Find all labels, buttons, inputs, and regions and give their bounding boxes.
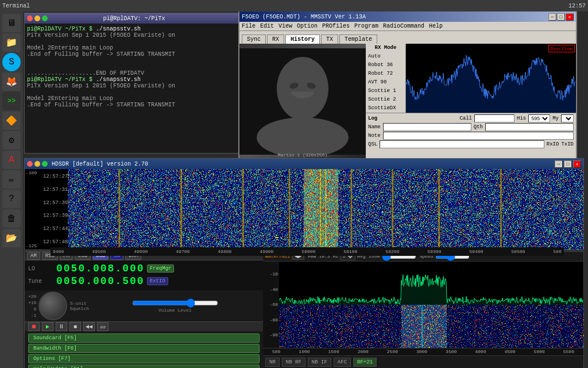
his-select[interactable]: 595 (528, 114, 550, 122)
mmsstv-window: F5OEO (F5OEO.MDT) - MMSSTV Ver 1.13A ─ □… (238, 10, 577, 160)
sidebar-icon-trash[interactable]: 🗑 (2, 209, 21, 228)
name-input[interactable] (383, 123, 471, 131)
terminal-close-btn[interactable] (27, 16, 33, 21)
nbrf-btn[interactable]: NB RF (282, 358, 305, 367)
mmsstv-spectrum-area: Overflow (406, 44, 576, 113)
options-btn[interactable]: Options [F7] (28, 354, 260, 363)
rx-mode-scottie1[interactable]: Scottie 1 (367, 86, 404, 95)
db-n60: -60 (270, 302, 278, 307)
freqmgr-btn[interactable]: FreqMgr (147, 264, 175, 273)
sidebar-icon-terminal[interactable]: >> (2, 92, 21, 110)
mmsstv-image (239, 44, 366, 159)
sdr-left-panel: AM RSS FM LSB USB CW DRM LO 0050.008.000… (25, 252, 263, 368)
menu-view[interactable]: View (278, 23, 292, 29)
rewind-btn[interactable]: ◀◀ (83, 322, 95, 331)
stop-btn[interactable]: ■ (69, 322, 81, 331)
db-scale: -100 -125 (25, 169, 42, 250)
hdsdr-title: HDSDR [default] version 2.70 (52, 161, 148, 167)
sidebar-icon-2[interactable]: 📁 (2, 33, 21, 52)
rf-btn[interactable]: RF+21 (353, 358, 377, 367)
rx-mode-scottie2[interactable]: Scottie 2 (367, 95, 404, 103)
qsl-input[interactable] (380, 140, 544, 148)
terminal-line-8: ....................END OF RPIDATV (27, 70, 239, 76)
nr-btn[interactable]: NR (265, 358, 280, 367)
mmsstv-close-btn[interactable]: ✕ (566, 13, 574, 21)
help-btn[interactable]: Help/Update [F1] (28, 365, 260, 368)
bandwidth-btn[interactable]: Bandwidth [F6] (28, 344, 260, 353)
mmsstv-maximize-btn[interactable]: □ (557, 13, 565, 21)
mode-am[interactable]: AM (27, 252, 40, 260)
hdsdr-close-btn[interactable] (27, 161, 33, 167)
freq-9400: 9400 (53, 249, 64, 254)
tab-history[interactable]: History (285, 34, 320, 44)
sdr-freq-2500: 2500 (387, 349, 398, 354)
play-btn[interactable]: ▶ (42, 322, 53, 331)
menu-file[interactable]: File (242, 23, 256, 29)
hdsdr-minimize-btn[interactable] (34, 161, 40, 167)
mmsstv-minimize-btn[interactable]: ─ (548, 13, 556, 21)
hdsdr-minimize-btn2[interactable]: ─ (555, 160, 563, 168)
sidebar: 🖥 📁 S 🦊 >> 🔶 ⚙ A ✏ ? 🗑 📂 (0, 12, 23, 368)
pause-btn[interactable]: ⏸ (56, 322, 67, 331)
menu-program[interactable]: Program (354, 23, 378, 29)
hdsdr-maximize-btn[interactable] (42, 161, 48, 167)
sidebar-icon-skype[interactable]: S (2, 53, 21, 71)
squelch-knob[interactable] (38, 292, 67, 320)
top-bar: Terminal 12:57 (0, 0, 588, 12)
menu-radiocommand[interactable]: RadioCommand (383, 23, 424, 29)
extio-btn[interactable]: ExtIO (147, 277, 168, 285)
sidebar-icon-apt[interactable]: A (2, 151, 21, 169)
rx-mode-robot36[interactable]: Robot 36 (367, 60, 404, 69)
clock: 12:57 (568, 3, 586, 9)
menu-option[interactable]: Option (297, 23, 318, 29)
rx-mode-auto[interactable]: Auto (367, 52, 404, 60)
menu-help[interactable]: Help (429, 23, 443, 29)
log-title: Log (368, 116, 377, 121)
sidebar-icon-help[interactable]: ? (2, 190, 21, 208)
waterfall-area (68, 169, 583, 250)
tab-sync[interactable]: Sync (242, 34, 266, 44)
sidebar-icon-1[interactable]: 🖥 (2, 14, 21, 32)
tab-rx[interactable]: RX (267, 34, 284, 44)
rx-mode-avt90[interactable]: AVT 90 (367, 78, 404, 86)
tab-tx[interactable]: TX (321, 34, 338, 44)
afc-btn[interactable]: AFC (334, 358, 351, 367)
hdsdr-close-btn2[interactable]: ✕ (573, 160, 581, 168)
tune-row: Tune 0050.000.500 ExtIO (28, 275, 260, 287)
db-n80: -80 (270, 317, 278, 323)
terminal-line-10: PiTx Version Sep 1 2015 (F5OEO Evariste)… (27, 83, 239, 89)
volume-label: Volume Level (158, 308, 192, 313)
sidebar-icon-settings[interactable]: ⚙ (2, 131, 21, 150)
sidebar-icon-pencil[interactable]: ✏ (2, 170, 21, 189)
hdsdr-maximize-btn2[interactable]: □ (564, 160, 572, 168)
db-minus1: -1 (28, 312, 36, 319)
repeat-btn[interactable]: ↺↺ (97, 322, 109, 331)
call-input[interactable] (474, 114, 514, 122)
ts-3: 12:57:35 (43, 200, 67, 206)
mmsstv-title-btns: ─ □ ✕ (548, 13, 574, 21)
hdsdr-timestamps: 12:57:27 12:57:31 12:57:35 12:57:39 12:5… (42, 169, 68, 250)
nbif-btn[interactable]: NB IF (308, 358, 331, 367)
terminal-line-3 (27, 39, 239, 45)
qth-input[interactable] (485, 123, 574, 131)
sdr-freq-500: 500 (272, 349, 280, 354)
sidebar-icon-vlc[interactable]: 🔶 (2, 112, 21, 130)
rx-mode-scottiedx[interactable]: ScottieDX (367, 103, 404, 112)
terminal-maximize-btn[interactable] (42, 16, 48, 21)
sdr-function-btns: Soundcard [F5] Bandwidth [F6] Options [F… (25, 331, 263, 368)
terminal-minimize-btn[interactable] (34, 16, 40, 21)
tab-template[interactable]: Template (339, 34, 377, 44)
his-label: His (517, 116, 526, 121)
sidebar-icon-firefox[interactable]: 🦊 (2, 72, 21, 91)
terminal-titlebar: pi@RplDATV: ~/PiTx (25, 13, 242, 24)
rx-mode-robot72[interactable]: Robot 72 (367, 69, 404, 78)
volume-slider[interactable] (132, 300, 218, 306)
menu-profiles[interactable]: PROfiles (322, 23, 350, 29)
note-input[interactable] (383, 132, 574, 140)
soundcard-btn[interactable]: Soundcard [F5] (28, 334, 260, 343)
freq-display: LO 0050.008.000 FreqMgr Tune 0050.000.50… (25, 260, 263, 290)
my-select[interactable] (561, 114, 574, 122)
sidebar-icon-folder2[interactable]: 📂 (2, 229, 21, 247)
record-btn[interactable]: ⏺ (28, 322, 40, 331)
menu-edit[interactable]: Edit (260, 23, 274, 29)
